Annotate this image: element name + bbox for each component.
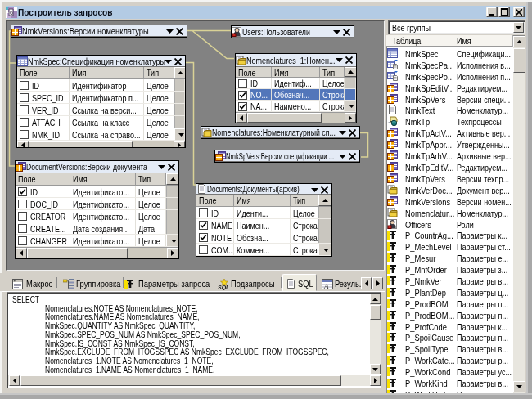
svg-text:6: 6 — [10, 10, 13, 16]
svg-text:A: A — [323, 282, 329, 289]
svg-text:SQL: SQL — [218, 285, 229, 290]
